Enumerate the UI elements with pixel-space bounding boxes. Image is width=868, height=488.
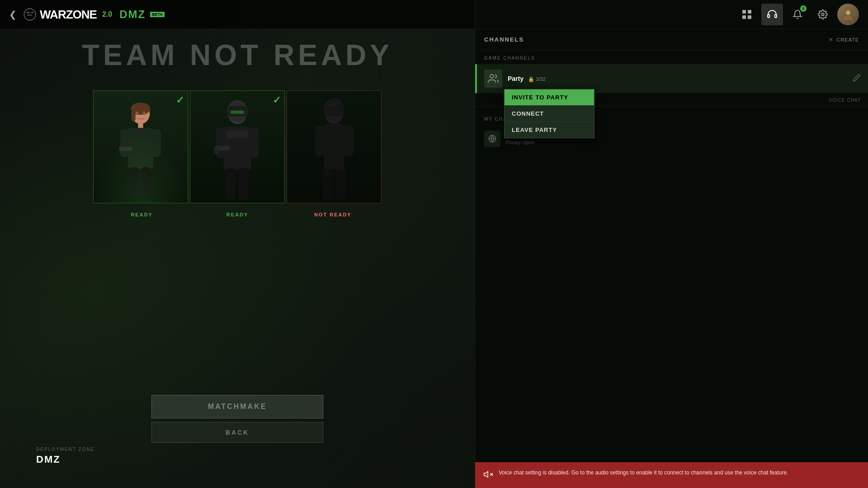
pencil-icon	[853, 74, 861, 82]
x-icon: ✕	[829, 37, 834, 43]
character-2-svg	[190, 91, 284, 203]
player3-portrait	[287, 91, 381, 203]
deployment-zone: DEPLOYMENT ZONE DMZ	[36, 447, 94, 465]
svg-rect-27	[225, 168, 236, 200]
action-buttons: MATCHMAKE BACK	[151, 395, 323, 443]
player1-checkmark: ✓	[176, 94, 184, 106]
svg-rect-35	[343, 126, 354, 156]
svg-marker-49	[484, 472, 488, 478]
right-panel: 0 CHANNELS ✕ CREATE GAME CHANNELS	[475, 0, 868, 488]
edit-party-icon[interactable]	[853, 74, 861, 84]
user-avatar[interactable]	[837, 4, 859, 25]
gear-icon	[818, 9, 828, 19]
headset-icon	[767, 9, 778, 20]
warzone-label: WARZONE	[40, 8, 97, 22]
svg-rect-38	[742, 10, 746, 14]
svg-rect-24	[250, 127, 259, 158]
party-row[interactable]: Party 🔒 3/32 INVITE TO PARTY CONNECT LEA…	[475, 64, 868, 93]
voice-disabled-text: Voice chat setting is disabled. Go to th…	[499, 469, 788, 477]
players-container: ✓	[68, 90, 407, 203]
beta-badge: BETA	[150, 12, 165, 17]
invite-to-party-item[interactable]: INVITE TO PARTY	[505, 89, 594, 105]
svg-rect-29	[231, 111, 244, 114]
player-slot-1: ✓	[93, 90, 188, 203]
svg-rect-5	[132, 108, 136, 121]
svg-rect-36	[323, 167, 333, 200]
party-count: 🔒 3/32	[528, 76, 545, 82]
svg-text:DUTY: DUTY	[28, 14, 33, 16]
notification-badge: 0	[800, 5, 807, 12]
party-dropdown-menu: INVITE TO PARTY CONNECT LEAVE PARTY	[504, 89, 594, 138]
speaker-muted-icon	[483, 469, 493, 482]
channel-symbol-icon	[488, 134, 497, 143]
svg-rect-40	[742, 15, 746, 19]
back-button[interactable]: BACK	[151, 422, 323, 443]
svg-point-44	[821, 13, 824, 16]
svg-rect-42	[768, 14, 769, 18]
top-bar: CALL OF DUTY WARZONE 2.0 DMZ BETA	[0, 0, 475, 29]
right-top-icons: 0	[475, 0, 868, 29]
channels-title: CHANNELS	[484, 36, 524, 43]
player1-status: READY	[131, 212, 153, 217]
voice-chat-label: VOICE CHAT	[829, 98, 861, 103]
page-title: TEAM NOT READY	[34, 38, 441, 72]
leave-party-item[interactable]: LEAVE PARTY	[505, 122, 594, 138]
game-area: CALL OF DUTY WARZONE 2.0 DMZ BETA TEAM N…	[0, 0, 475, 488]
notification-icon-button[interactable]: 0	[787, 4, 808, 25]
headset-icon-button[interactable]	[761, 4, 783, 25]
svg-rect-28	[238, 168, 249, 200]
cod-icon: CALL OF DUTY	[24, 8, 36, 21]
svg-point-45	[846, 10, 850, 15]
matchmake-button[interactable]: MATCHMAKE	[151, 395, 323, 418]
channels-header: CHANNELS ✕ CREATE	[475, 29, 868, 50]
player2-status: READY	[226, 212, 249, 217]
svg-rect-26	[214, 148, 218, 154]
game-channels-label: GAME CHANNELS	[475, 50, 868, 64]
users-icon	[488, 73, 499, 84]
voice-disabled-banner: Voice chat setting is disabled. Go to th…	[475, 462, 868, 488]
svg-point-46	[490, 75, 494, 78]
svg-rect-34	[315, 126, 325, 156]
grid-icon	[741, 9, 752, 20]
party-icon	[484, 70, 502, 88]
svg-point-13	[136, 112, 139, 115]
player1-portrait	[94, 91, 188, 203]
muted-speaker-icon	[483, 469, 493, 479]
party-name: Party	[508, 75, 524, 82]
svg-rect-33	[324, 124, 344, 169]
player3-status: NOT READY	[314, 212, 352, 217]
player-slot-2: ✓	[190, 90, 285, 203]
character-3-svg	[287, 91, 381, 203]
dmz-label: DMZ	[119, 8, 146, 21]
svg-point-14	[143, 112, 146, 115]
svg-text:CALL OF: CALL OF	[26, 11, 34, 14]
svg-rect-37	[335, 167, 345, 200]
cod-logo: CALL OF DUTY	[24, 8, 36, 21]
svg-rect-41	[748, 15, 751, 19]
warzone-version: 2.0	[102, 10, 112, 19]
connect-item[interactable]: CONNECT	[505, 105, 594, 122]
channel-privacy: Privacy: Open	[506, 140, 534, 145]
player-slot-3	[287, 90, 382, 203]
create-button[interactable]: ✕ CREATE	[829, 37, 859, 43]
deployment-label: DEPLOYMENT ZONE	[36, 447, 94, 452]
svg-rect-22	[226, 131, 249, 138]
logo-area: CALL OF DUTY WARZONE 2.0 DMZ BETA	[24, 8, 165, 22]
grid-icon-button[interactable]	[736, 4, 758, 25]
channel-icon	[484, 131, 500, 147]
svg-rect-32	[324, 105, 344, 117]
svg-rect-39	[748, 10, 751, 14]
svg-rect-16	[136, 128, 146, 132]
deployment-value: DMZ	[36, 454, 94, 465]
settings-icon-button[interactable]	[812, 4, 834, 25]
create-label: CREATE	[836, 37, 859, 42]
avatar-icon	[842, 8, 854, 21]
svg-rect-43	[775, 14, 777, 18]
back-nav-icon[interactable]	[9, 9, 17, 20]
party-info: Party 🔒 3/32	[508, 75, 847, 83]
player2-checkmark: ✓	[273, 94, 281, 106]
player2-portrait	[190, 91, 284, 203]
